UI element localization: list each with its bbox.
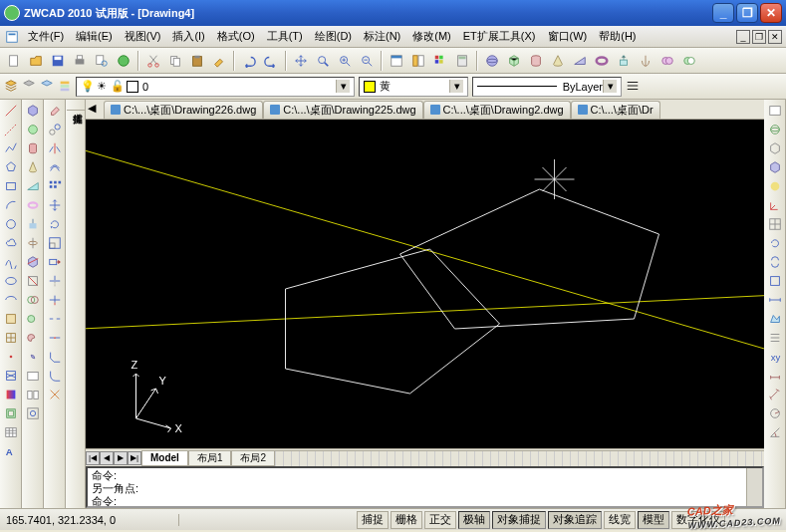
- offset-icon[interactable]: [46, 158, 64, 176]
- solid-subtract-icon[interactable]: [24, 329, 42, 347]
- area-icon[interactable]: [766, 310, 784, 328]
- slice-icon[interactable]: [24, 253, 42, 271]
- make-block-icon[interactable]: [2, 329, 20, 347]
- fillet-icon[interactable]: [46, 367, 64, 385]
- dist-icon[interactable]: [766, 291, 784, 309]
- line-icon[interactable]: [2, 102, 20, 120]
- calc-icon[interactable]: [452, 51, 472, 71]
- id-icon[interactable]: xy: [766, 348, 784, 366]
- revolve-solid-icon[interactable]: [24, 234, 42, 252]
- save-icon[interactable]: [48, 51, 68, 71]
- wedge-icon[interactable]: [570, 51, 590, 71]
- zoom-realtime-icon[interactable]: [313, 51, 333, 71]
- extend-icon[interactable]: [46, 291, 64, 309]
- join-icon[interactable]: [46, 329, 64, 347]
- linetype-combo[interactable]: ByLayer ▾: [472, 77, 622, 97]
- menu-file[interactable]: 文件(F): [22, 27, 70, 46]
- interfere-icon[interactable]: [24, 291, 42, 309]
- render-icon[interactable]: [766, 177, 784, 195]
- solid-union-icon[interactable]: [24, 310, 42, 328]
- menu-tools[interactable]: 工具(T): [261, 27, 309, 46]
- solid-torus-icon[interactable]: [24, 196, 42, 214]
- new-icon[interactable]: [4, 51, 24, 71]
- move-icon[interactable]: [46, 196, 64, 214]
- menu-format[interactable]: 格式(O): [211, 27, 261, 46]
- redraw-icon[interactable]: [766, 234, 784, 252]
- named-views-icon[interactable]: [766, 102, 784, 120]
- sphere-icon[interactable]: [482, 51, 502, 71]
- stretch-icon[interactable]: [46, 253, 64, 271]
- match-prop-icon[interactable]: [209, 51, 229, 71]
- explode-icon[interactable]: [46, 386, 64, 403]
- layer-states-icon[interactable]: [40, 79, 54, 95]
- open-icon[interactable]: [26, 51, 46, 71]
- menu-dimension[interactable]: 标注(N): [358, 27, 406, 46]
- menu-window[interactable]: 窗口(W): [542, 27, 594, 46]
- drawing-viewport[interactable]: X Y Z: [86, 120, 764, 448]
- polyline-icon[interactable]: [2, 139, 20, 157]
- file-tab[interactable]: C:\...\桌面\Drawing2.dwg: [423, 101, 571, 119]
- app-menu-icon[interactable]: [4, 29, 20, 45]
- layout-tab[interactable]: 布局2: [231, 450, 275, 466]
- cone-icon[interactable]: [548, 51, 568, 71]
- tab-scroll-left-icon[interactable]: ◀: [88, 102, 104, 118]
- point-icon[interactable]: [2, 348, 20, 366]
- mdi-close[interactable]: ✕: [768, 30, 782, 44]
- polygon-icon[interactable]: [2, 158, 20, 176]
- insert-block-icon[interactable]: [2, 310, 20, 328]
- torus-icon[interactable]: [592, 51, 612, 71]
- array-icon[interactable]: [46, 177, 64, 195]
- tab-nav-prev[interactable]: ◀: [100, 451, 114, 465]
- mdi-restore[interactable]: ❐: [752, 30, 766, 44]
- dim-angular-icon[interactable]: [766, 423, 784, 441]
- ortho-toggle[interactable]: 正交: [424, 511, 456, 529]
- mdi-minimize[interactable]: _: [736, 30, 750, 44]
- tool-palette-icon[interactable]: [430, 51, 450, 71]
- gradient-icon[interactable]: [2, 386, 20, 403]
- subtract-icon[interactable]: [679, 51, 699, 71]
- properties-icon[interactable]: [387, 51, 406, 71]
- zoom-window-icon[interactable]: [335, 51, 355, 71]
- solid-box-icon[interactable]: [24, 102, 42, 120]
- 3dorbit-icon[interactable]: [766, 121, 784, 138]
- close-button[interactable]: ✕: [760, 3, 782, 23]
- trim-icon[interactable]: [46, 272, 64, 290]
- pan-icon[interactable]: [291, 51, 311, 71]
- file-tab[interactable]: C:\...\桌面\Drawing225.dwg: [263, 101, 422, 119]
- zoom-previous-icon[interactable]: [357, 51, 377, 71]
- lineweight-icon[interactable]: [626, 79, 640, 95]
- solid-wedge-icon[interactable]: [24, 177, 42, 195]
- solid-cone-icon[interactable]: [24, 158, 42, 176]
- hatch-icon[interactable]: [2, 367, 20, 385]
- publish-icon[interactable]: [114, 51, 133, 71]
- copy-obj-icon[interactable]: [46, 121, 64, 138]
- color-combo[interactable]: 黄 ▾: [359, 77, 468, 97]
- command-line[interactable]: 命令: 另一角点: 命令:: [86, 466, 764, 508]
- solid-cylinder-icon[interactable]: [24, 139, 42, 157]
- paste-icon[interactable]: [187, 51, 207, 71]
- spline-icon[interactable]: [2, 253, 20, 271]
- cut-icon[interactable]: [143, 51, 163, 71]
- revolve-icon[interactable]: [636, 51, 655, 71]
- otrack-toggle[interactable]: 对象追踪: [548, 511, 602, 529]
- layer-manager-icon[interactable]: [4, 79, 18, 95]
- menu-insert[interactable]: 插入(I): [166, 27, 210, 46]
- solid-intersect-icon[interactable]: [24, 348, 42, 366]
- solid-sphere-icon[interactable]: [24, 121, 42, 138]
- mirror-icon[interactable]: [46, 139, 64, 157]
- revcloud-icon[interactable]: [2, 234, 20, 252]
- shade-icon[interactable]: [766, 158, 784, 176]
- file-tab[interactable]: C:\...\桌面\Drawing226.dwg: [104, 101, 263, 119]
- osnap-toggle[interactable]: 对象捕捉: [492, 511, 546, 529]
- region-icon[interactable]: [2, 404, 20, 422]
- zoom-extents-icon[interactable]: [766, 272, 784, 290]
- box-icon[interactable]: [504, 51, 524, 71]
- setup-profile-icon[interactable]: [24, 404, 42, 422]
- layer-prev-icon[interactable]: [22, 79, 36, 95]
- section-icon[interactable]: [24, 272, 42, 290]
- polar-toggle[interactable]: 极轴: [458, 511, 490, 529]
- copy-icon[interactable]: [165, 51, 185, 71]
- rectangle-icon[interactable]: [2, 177, 20, 195]
- xline-icon[interactable]: [2, 121, 20, 138]
- hide-icon[interactable]: [766, 139, 784, 157]
